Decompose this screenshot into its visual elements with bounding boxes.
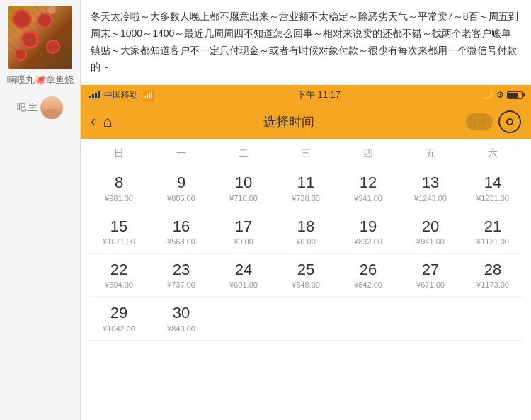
day-11[interactable]: 11¥738.00 <box>275 171 337 205</box>
header-thu: 四 <box>337 144 399 163</box>
day-14[interactable]: 14¥1231.00 <box>462 171 524 205</box>
status-bar: 中国移动 📶 下午 11:17 🌙 ⚙ <box>81 85 531 105</box>
header-tue: 二 <box>212 144 275 163</box>
main-content: 冬天太冷啦～大多数人晚上都不愿意出来～营业额不太稳定～除恶劣天气～平常卖7～8百… <box>81 0 531 420</box>
day-23[interactable]: 23¥737.00 <box>150 258 212 292</box>
day-12[interactable]: 12¥941.00 <box>337 171 399 205</box>
calendar: 日 一 二 三 四 五 六 8¥981.00 9¥805.00 10¥716.0… <box>81 139 531 420</box>
day-25[interactable]: 25¥848.00 <box>275 258 337 292</box>
empty-cell-3 <box>337 301 399 335</box>
week-1: 8¥981.00 9¥805.00 10¥716.00 11¥738.00 12… <box>88 166 524 210</box>
header-fri: 五 <box>399 144 462 163</box>
header-wed: 三 <box>275 144 337 163</box>
day-27[interactable]: 27¥671.00 <box>399 258 462 292</box>
day-30[interactable]: 30¥840.00 <box>150 301 212 335</box>
day-15[interactable]: 15¥1071.00 <box>88 215 150 249</box>
more-button[interactable]: ··· <box>466 113 493 130</box>
week-2: 15¥1071.00 16¥563.00 17¥0.00 18¥0.00 19¥… <box>88 210 524 254</box>
shop-avatar <box>8 6 72 69</box>
nav-bar: ‹ ⌂ 选择时间 ··· <box>81 105 531 139</box>
record-button[interactable] <box>498 110 521 133</box>
day-29[interactable]: 29¥1042.00 <box>88 301 150 335</box>
settings-icon: ⚙ <box>496 90 504 100</box>
week-4: 29¥1042.00 30¥840.00 <box>88 297 524 340</box>
header-sat: 六 <box>462 144 524 163</box>
week-3: 22¥504.00 23¥737.00 24¥601.00 25¥848.00 … <box>88 254 524 297</box>
header-sun: 日 <box>88 144 150 163</box>
phone-frame: 中国移动 📶 下午 11:17 🌙 ⚙ ‹ ⌂ 选择时间 ··· <box>81 85 531 420</box>
status-time: 下午 11:17 <box>297 89 341 101</box>
sidebar: 喃嘎丸🐙章鱼烧 吧 主 <box>0 0 81 420</box>
empty-cell-1 <box>212 301 275 335</box>
day-17[interactable]: 17¥0.00 <box>212 215 275 249</box>
owner-avatar <box>40 96 63 119</box>
shop-name: 喃嘎丸🐙章鱼烧 <box>7 74 74 86</box>
day-24[interactable]: 24¥601.00 <box>212 258 275 292</box>
day-9[interactable]: 9¥805.00 <box>150 171 212 205</box>
signal-icon <box>89 91 100 98</box>
empty-cell-4 <box>399 301 462 335</box>
empty-cell-5 <box>462 301 524 335</box>
day-13[interactable]: 13¥1243.00 <box>399 171 462 205</box>
battery-icon <box>507 91 523 99</box>
empty-cell-2 <box>275 301 337 335</box>
day-16[interactable]: 16¥563.00 <box>150 215 212 249</box>
day-headers: 日 一 二 三 四 五 六 <box>88 139 524 166</box>
day-8[interactable]: 8¥981.00 <box>88 171 150 205</box>
day-28[interactable]: 28¥1173.00 <box>462 258 524 292</box>
day-10[interactable]: 10¥716.00 <box>212 171 275 205</box>
day-22[interactable]: 22¥504.00 <box>88 258 150 292</box>
back-button[interactable]: ‹ <box>91 113 96 131</box>
day-20[interactable]: 20¥941.00 <box>399 215 462 249</box>
status-right: 🌙 ⚙ <box>483 90 523 100</box>
day-18[interactable]: 18¥0.00 <box>275 215 337 249</box>
owner-section: 吧 主 <box>17 96 64 119</box>
moon-icon: 🌙 <box>483 90 493 100</box>
header-mon: 一 <box>150 144 212 163</box>
day-19[interactable]: 19¥832.00 <box>337 215 399 249</box>
day-21[interactable]: 21¥1131.00 <box>462 215 524 249</box>
nav-title: 选择时间 <box>113 113 467 130</box>
status-left: 中国移动 📶 <box>89 89 154 101</box>
home-button[interactable]: ⌂ <box>103 113 112 131</box>
post-text: 冬天太冷啦～大多数人晚上都不愿意出来～营业额不太稳定～除恶劣天气～平常卖7～8百… <box>81 0 531 85</box>
record-dot <box>506 118 513 125</box>
wifi-icon: 📶 <box>142 89 154 101</box>
day-26[interactable]: 26¥842.00 <box>337 258 399 292</box>
